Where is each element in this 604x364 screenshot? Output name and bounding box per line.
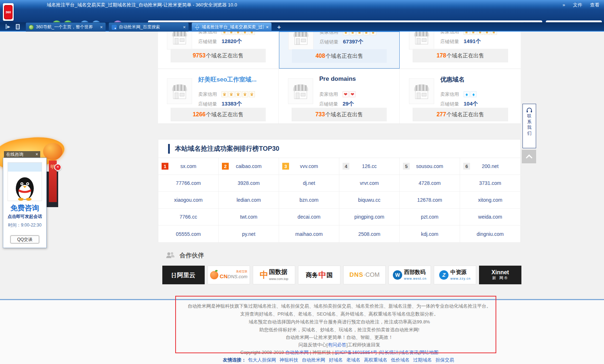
news-link[interactable]: 域名资讯 xyxy=(400,350,418,355)
menu-file[interactable]: 文件 xyxy=(573,2,582,8)
domain-cell[interactable]: py.net xyxy=(219,225,279,242)
friend-link[interactable]: 担保交易 xyxy=(436,357,454,363)
domain-cell[interactable]: 77766.com xyxy=(158,175,219,192)
qq-penguin-image xyxy=(8,162,42,201)
domains-for-sale-button[interactable]: 733个域名正在出售 xyxy=(292,108,387,121)
domain-cell[interactable]: biquwu.cc xyxy=(339,192,400,209)
domain-cell[interactable]: ledian.com xyxy=(219,192,279,209)
icp-link[interactable]: 皖ICP备16015854号 xyxy=(335,350,377,355)
top30-section: 本站域名抢注成功案例排行榜TOP30 1sx.com 2caibao.com 3… xyxy=(158,139,521,243)
crown-icon: ♛ xyxy=(228,91,234,97)
feedback-link[interactable]: 有问必答 xyxy=(328,342,347,347)
aliyun-bracket-icon: [-] xyxy=(172,272,176,278)
domains-for-sale-button[interactable]: 408个域名正在出售 xyxy=(292,49,387,63)
domains-for-sale-button[interactable]: 277个域名正在出售 xyxy=(413,108,508,121)
store-icon xyxy=(288,78,313,104)
shop-card[interactable]: 卖家信用♛♛♛♛♛ 店铺销量12820个 9753个域名正在出售 xyxy=(158,32,279,69)
domain-cell[interactable]: pingping.com xyxy=(339,209,400,225)
new-tab-button[interactable]: + xyxy=(277,24,281,31)
friend-link[interactable]: 低价域名 xyxy=(391,357,410,363)
domains-for-sale-button[interactable]: 9753个域名正在出售 xyxy=(171,49,266,62)
menu-overflow-icon[interactable]: » xyxy=(563,2,565,8)
domain-cell[interactable]: pzt.com xyxy=(400,209,460,225)
domain-cell[interactable]: kdj.com xyxy=(400,225,460,242)
partner-logo-cndns[interactable]: 美橙互联 CNDNS.com xyxy=(208,266,250,284)
session-restore-icon[interactable]: ▶ xyxy=(6,24,10,29)
domain-cell[interactable]: dingniu.com xyxy=(460,225,520,242)
friend-link[interactable]: 好域名 xyxy=(329,357,343,363)
stats-link[interactable]: 站长统计 xyxy=(380,350,399,355)
store-name-link[interactable]: Pre domains xyxy=(319,75,356,83)
partner-logo-xinnet[interactable]: Xinnet 新 网® xyxy=(479,266,521,284)
domain-cell[interactable]: decai.com xyxy=(279,209,339,225)
domain-cell[interactable]: xitong.com xyxy=(460,192,520,209)
tab-360-nav[interactable]: 360导航_一个主页，整个世界 × xyxy=(26,23,106,32)
domain-cell[interactable]: maihao.com xyxy=(279,225,339,242)
qq-chat-button[interactable]: QQ交谈 xyxy=(10,235,39,243)
partner-logo-dnscom[interactable]: DNS ·COM xyxy=(343,266,386,284)
partner-logo-aliyun[interactable]: [-] 阿里云 xyxy=(162,266,205,284)
crown-icon: ♛ xyxy=(370,32,376,35)
domain-cell[interactable]: 2508.com xyxy=(339,225,400,242)
close-icon[interactable]: × xyxy=(36,151,38,158)
partner-logo-bizcn[interactable]: 商务 中 国 xyxy=(298,266,340,284)
domain-cell[interactable]: 2caibao.com xyxy=(219,158,279,175)
tab-zdqmw-active[interactable]: 域名抢注平台_域名交易买卖_过期 × xyxy=(192,23,271,32)
domain-cell[interactable]: bzn.com xyxy=(279,192,339,209)
contact-us-widget[interactable]: 联 系 我 们 xyxy=(522,104,536,148)
shop-card[interactable]: 好美旺seo工作室域... 卖家信用♛♛♛♛♛ 店铺销量13383个 1266个… xyxy=(158,69,279,123)
store-name-link[interactable]: 好美旺seo工作室域... xyxy=(198,75,256,84)
domain-cell[interactable]: 12678.com xyxy=(400,192,460,209)
browser-menu-button[interactable]: 360 xyxy=(3,3,14,21)
close-icon[interactable]: × xyxy=(266,24,269,30)
store-name-link[interactable]: 优惠域名 xyxy=(440,75,465,84)
domains-for-sale-button[interactable]: 178个域名正在出售 xyxy=(413,49,508,62)
sitemap-link[interactable]: 网站地图 xyxy=(420,350,438,355)
menu-bar: » 文件 查看 xyxy=(559,0,603,10)
domain-cell[interactable]: vrvr.com xyxy=(339,175,400,192)
shop-card[interactable]: 优惠域名 卖家信用♦♦ 店铺销量104个 277个域名正在出售 xyxy=(400,69,521,123)
tab-list-icon[interactable] xyxy=(16,24,20,29)
shop-card[interactable]: 卖家信用♛♛♛♛♛ 店铺销量1491个 178个域名正在出售 xyxy=(400,32,521,69)
site-link[interactable]: 自动抢米网 xyxy=(285,350,308,355)
tab-baidu-search[interactable]: 自动抢米网_百度搜索 × xyxy=(109,23,189,32)
friend-link[interactable]: 高权重域名 xyxy=(364,357,387,363)
partner-logo-zzy[interactable]: Z 中资源 www.zzy.cn xyxy=(434,266,476,284)
domain-cell[interactable]: 5sousou.com xyxy=(400,158,460,175)
domain-cell[interactable]: weida.com xyxy=(460,209,520,225)
partner-logo-west[interactable]: W 西部数码 www.west.cn xyxy=(389,266,431,284)
friend-link[interactable]: 包大人担保网 xyxy=(248,357,276,363)
rank-badge: 2 xyxy=(222,163,229,170)
domain-cell[interactable]: twt.com xyxy=(219,209,279,225)
domains-for-sale-button[interactable]: 1266个域名正在出售 xyxy=(171,108,266,121)
friend-link[interactable]: 自动抢米网 xyxy=(302,357,325,363)
menu-view[interactable]: 查看 xyxy=(590,2,599,8)
people-icon xyxy=(166,252,175,260)
footer-line: 助您低价得标好米，买域名、炒域名、玩域名，抢注竞价拍卖首选自动抢米网! xyxy=(153,326,526,333)
scroll-to-top-button[interactable] xyxy=(522,150,536,163)
domain-cell[interactable]: xiaogou.com xyxy=(158,192,219,209)
domain-cell[interactable]: 7766.cc xyxy=(158,209,219,225)
domain-cell[interactable]: 05555.com xyxy=(158,225,219,242)
partner-logo-comtop[interactable]: 中 国数据 www.com.top xyxy=(253,266,295,284)
shop-card-selected[interactable]: 卖家信用♛♛♛♛♛ 店铺销量67397个 408个域名正在出售 xyxy=(279,32,400,69)
friend-link[interactable]: 过期域名 xyxy=(413,357,432,363)
qq-consult-popup[interactable]: 免费咨询 点击即可发起会话 时间：9:00-22:30 QQ交谈 xyxy=(3,158,47,248)
popup-close-button[interactable]: × xyxy=(54,164,61,171)
domain-cell[interactable]: 4126.cc xyxy=(339,158,400,175)
domain-cell[interactable]: dj.net xyxy=(279,175,339,192)
friend-link[interactable]: 老域名 xyxy=(347,357,361,363)
friend-link[interactable]: 神狙科技 xyxy=(280,357,298,363)
close-icon[interactable]: × xyxy=(100,24,103,30)
domain-cell[interactable]: 3vvv.com xyxy=(279,158,339,175)
west-w-icon: W xyxy=(393,270,402,280)
domain-cell[interactable]: 6200.net xyxy=(460,158,520,175)
shop-card[interactable]: Pre domains 卖家信用❤❤ 店铺销量29个 733个域名正在出售 xyxy=(279,69,400,123)
crown-icon: ♛ xyxy=(235,32,241,35)
accent-bar xyxy=(168,144,170,154)
domain-cell[interactable]: 4728.com xyxy=(400,175,460,192)
domain-cell[interactable]: 1sx.com xyxy=(158,158,219,175)
domain-cell[interactable]: 3731.com xyxy=(460,175,520,192)
domain-cell[interactable]: 3928.com xyxy=(219,175,279,192)
close-icon[interactable]: × xyxy=(183,24,186,30)
